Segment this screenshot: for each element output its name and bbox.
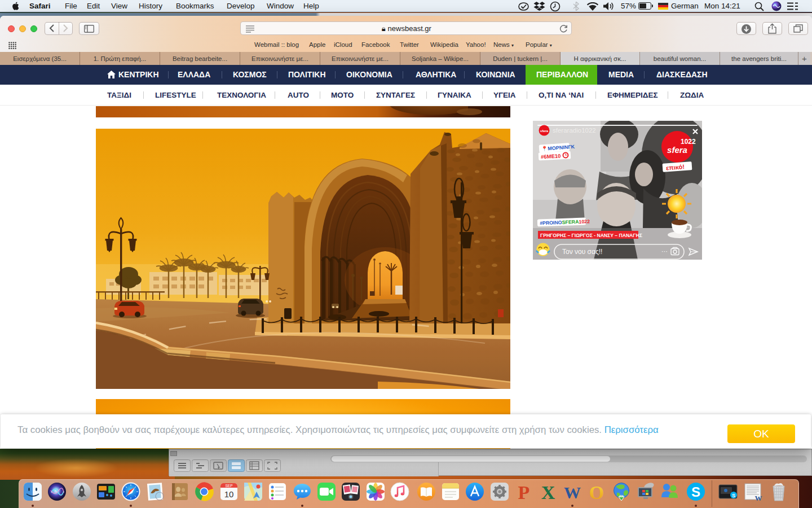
- svg-text:ΓΡΗΓΟΡΗΣ – ΓΙΩΡΓΟΣ - ΝΑΝΣΥ – Π: ΓΡΗΓΟΡΗΣ – ΓΙΩΡΓΟΣ - ΝΑΝΣΥ – ΠΑΝΑΓΗΣ: [540, 233, 642, 238]
- svg-text:10: 10: [224, 489, 234, 499]
- svg-text:SEP: SEP: [225, 484, 232, 488]
- svg-text:O: O: [589, 482, 604, 502]
- svg-text:S: S: [691, 484, 700, 500]
- svg-text:W: W: [755, 494, 762, 502]
- svg-text:S: S: [732, 493, 735, 498]
- svg-text:sfera: sfera: [540, 129, 549, 133]
- svg-text:#6ME10: #6ME10: [541, 152, 561, 160]
- svg-text:Τον νου σας!!: Τον νου σας!!: [562, 248, 602, 256]
- svg-text:sferaradio1022: sferaradio1022: [553, 127, 596, 134]
- svg-text:⋯: ⋯: [661, 248, 668, 255]
- svg-text:1022: 1022: [681, 138, 696, 146]
- svg-text:W: W: [564, 483, 581, 502]
- svg-text:P: P: [518, 482, 530, 502]
- svg-text:επικό!: επικό!: [666, 163, 685, 171]
- svg-text:X: X: [541, 482, 555, 502]
- svg-text:sfera: sfera: [667, 145, 687, 155]
